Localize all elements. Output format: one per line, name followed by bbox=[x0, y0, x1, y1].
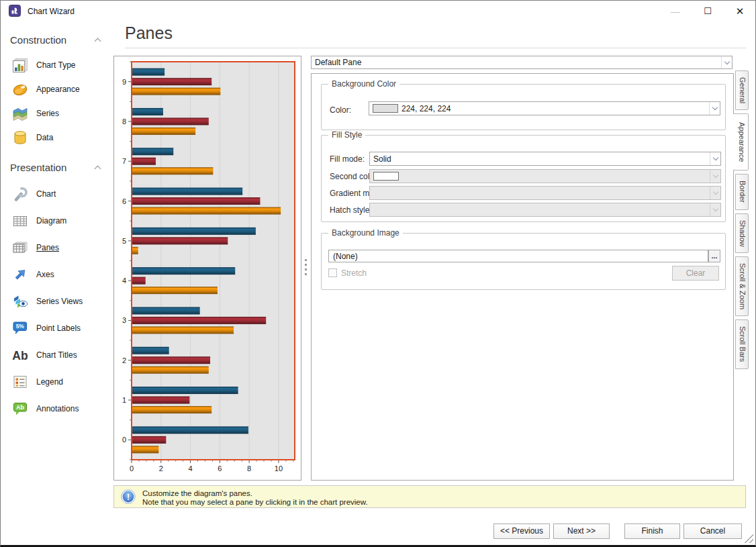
bar-series-orange-cat2 bbox=[132, 366, 209, 374]
bar-series-red-cat0 bbox=[132, 436, 166, 444]
axis-tick-label: 1 bbox=[122, 396, 126, 404]
axis-tick-label: 2 bbox=[159, 464, 163, 473]
chevron-down-icon bbox=[710, 170, 720, 183]
sidebar: ConstructionChart TypeAppearanceSeriesDa… bbox=[1, 22, 113, 545]
chart-titles-icon: Ab bbox=[11, 346, 29, 364]
sidebar-item-data[interactable]: Data bbox=[1, 126, 113, 150]
sidebar-item-label: Diagram bbox=[36, 216, 66, 226]
page-title: Panes bbox=[125, 23, 173, 43]
bar-series-red-cat8 bbox=[132, 117, 209, 125]
tab-shadow[interactable]: Shadow bbox=[735, 213, 749, 254]
section-header-presentation[interactable]: Presentation bbox=[1, 158, 113, 178]
close-button[interactable]: ✕ bbox=[728, 3, 751, 19]
chart-preview-svg[interactable]: 98765432100246810 bbox=[114, 56, 301, 480]
tab-appearance[interactable]: Appearance bbox=[733, 113, 749, 170]
svg-text:Ab: Ab bbox=[16, 404, 24, 411]
axis-tick-label: 10 bbox=[275, 464, 283, 473]
sidebar-item-annotations[interactable]: AbAnnotations bbox=[1, 395, 113, 422]
chevron-down-icon[interactable] bbox=[721, 56, 732, 68]
axis-tick-label: 0 bbox=[130, 464, 134, 473]
bar-series-orange-cat0 bbox=[132, 446, 158, 453]
sidebar-item-series[interactable]: Series bbox=[1, 101, 113, 126]
sidebar-item-series-views[interactable]: Series Views bbox=[1, 288, 113, 315]
axes-icon bbox=[11, 266, 29, 283]
series-views-icon bbox=[11, 293, 29, 310]
axis-tick-label: 4 bbox=[122, 277, 126, 285]
maximize-button[interactable]: ☐ bbox=[696, 3, 719, 19]
cancel-button[interactable]: Cancel bbox=[683, 524, 742, 539]
previous-button[interactable]: << Previous bbox=[493, 524, 550, 539]
diagram-icon bbox=[11, 212, 29, 230]
bar-series-blue-cat2 bbox=[132, 347, 169, 354]
tab-general[interactable]: General bbox=[735, 70, 749, 110]
chart-preview-panel[interactable]: 98765432100246810 bbox=[113, 56, 301, 481]
chevron-down-icon[interactable] bbox=[709, 102, 720, 115]
sidebar-item-appearance[interactable]: Appearance bbox=[1, 77, 113, 101]
chevron-down-icon[interactable] bbox=[710, 152, 720, 165]
sidebar-item-axes[interactable]: Axes bbox=[1, 261, 113, 288]
clear-button[interactable]: Clear bbox=[672, 266, 719, 281]
bar-series-blue-cat7 bbox=[132, 148, 173, 155]
color-value: 224, 224, 224 bbox=[398, 104, 709, 113]
tab-border[interactable]: Border bbox=[735, 174, 749, 209]
sidebar-item-label: Chart Type bbox=[36, 60, 75, 70]
bar-series-red-cat2 bbox=[132, 356, 210, 364]
axis-tick-label: 8 bbox=[247, 464, 251, 473]
tab-scroll-zoom[interactable]: Scroll & Zoom bbox=[735, 256, 749, 316]
sidebar-item-legend[interactable]: Legend bbox=[1, 368, 113, 395]
axis-tick-label: 8 bbox=[122, 117, 126, 126]
sidebar-item-chart-type[interactable]: Chart Type bbox=[1, 53, 113, 77]
axis-tick-label: 9 bbox=[122, 78, 126, 86]
fill-style-group-title: Fill Style bbox=[328, 130, 365, 140]
section-header-construction[interactable]: Construction bbox=[1, 30, 113, 50]
splitter-handle[interactable] bbox=[305, 259, 307, 277]
sidebar-item-point-labels[interactable]: 5%Point Labels bbox=[1, 315, 113, 342]
finish-button[interactable]: Finish bbox=[624, 524, 680, 539]
fill-mode-combo[interactable]: Solid bbox=[369, 152, 721, 166]
chart-icon bbox=[11, 185, 29, 203]
legend-icon bbox=[11, 373, 29, 391]
axis-tick-label: 3 bbox=[122, 316, 126, 324]
stretch-checkbox[interactable] bbox=[328, 268, 337, 277]
axis-tick-label: 0 bbox=[122, 436, 126, 444]
sidebar-item-label: Chart Titles bbox=[36, 350, 77, 360]
sidebar-item-panes[interactable]: Panes bbox=[1, 234, 113, 261]
pane-tabstrip: GeneralAppearanceBorderShadowScroll & Zo… bbox=[733, 70, 751, 372]
sidebar-item-diagram[interactable]: Diagram bbox=[1, 207, 113, 234]
background-image-field[interactable]: (None) bbox=[328, 250, 708, 262]
sidebar-item-chart-titles[interactable]: AbChart Titles bbox=[1, 342, 113, 368]
bar-series-red-cat3 bbox=[132, 317, 266, 324]
axis-tick-label: 5 bbox=[122, 237, 126, 245]
sidebar-item-chart[interactable]: Chart bbox=[1, 181, 113, 207]
fill-mode-label: Fill mode: bbox=[330, 154, 365, 164]
sidebar-item-label: Series Views bbox=[36, 297, 83, 306]
background-image-group-title: Background Image bbox=[328, 228, 403, 238]
resize-grip[interactable] bbox=[744, 534, 753, 543]
info-icon: ! bbox=[121, 489, 136, 504]
bar-series-orange-cat8 bbox=[132, 128, 195, 135]
tab-scroll-bars[interactable]: Scroll Bars bbox=[735, 319, 749, 368]
svg-text:Ab: Ab bbox=[12, 349, 28, 362]
next-button[interactable]: Next >> bbox=[553, 524, 610, 539]
second-color-swatch bbox=[373, 172, 399, 181]
browse-button[interactable]: ... bbox=[708, 250, 720, 262]
combo-value: Solid bbox=[370, 154, 710, 164]
bar-series-blue-cat4 bbox=[132, 267, 235, 275]
bar-series-orange-cat5 bbox=[132, 247, 138, 254]
hatch-style-combo bbox=[369, 203, 721, 217]
svg-text:5%: 5% bbox=[16, 323, 25, 330]
app-icon bbox=[9, 5, 21, 17]
color-combo[interactable]: 224, 224, 224 bbox=[369, 101, 720, 115]
minimize-button[interactable]: — bbox=[664, 3, 687, 19]
info-text-line1: Customize the diagram's panes. bbox=[142, 489, 252, 497]
panes-icon bbox=[11, 239, 29, 256]
pane-selector-combo[interactable]: Default Pane bbox=[311, 56, 733, 69]
chevron-up-icon bbox=[95, 166, 101, 172]
axis-tick-label: 2 bbox=[122, 356, 126, 364]
color-label: Color: bbox=[330, 105, 351, 115]
axis-tick-label: 7 bbox=[122, 157, 126, 165]
axis-tick-label: 6 bbox=[122, 197, 126, 205]
background-color-group-title: Background Color bbox=[328, 79, 399, 89]
title-bar: Chart Wizard — ☐ ✕ bbox=[1, 1, 755, 22]
bar-series-red-cat7 bbox=[132, 158, 156, 165]
